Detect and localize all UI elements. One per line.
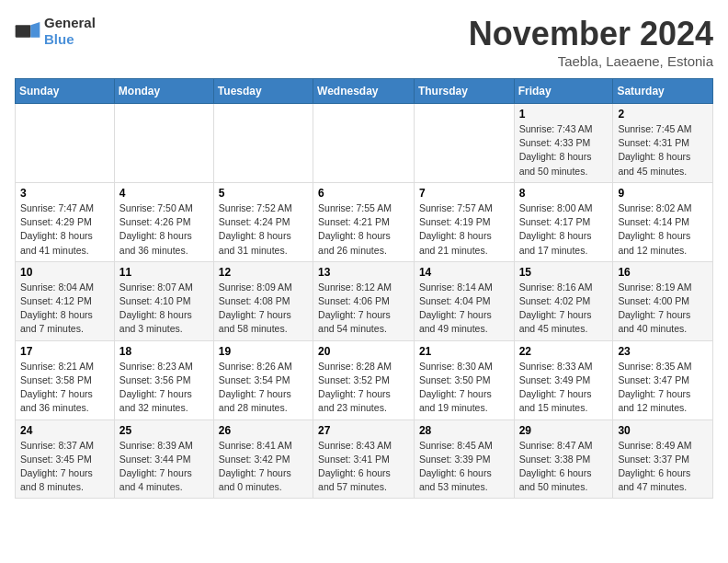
day-info: Sunrise: 7:43 AMSunset: 4:33 PMDaylight:…	[519, 122, 609, 178]
day-info: Sunrise: 7:50 AMSunset: 4:26 PMDaylight:…	[119, 201, 209, 258]
weekday-header-saturday: Saturday	[613, 79, 713, 104]
day-info: Sunrise: 8:37 AMSunset: 3:45 PMDaylight:…	[20, 439, 109, 495]
title-block: November 2024 Taebla, Laeaene, Estonia	[469, 15, 713, 69]
logo: General Blue	[15, 15, 96, 48]
calendar-cell: 8Sunrise: 8:00 AMSunset: 4:17 PMDaylight…	[514, 182, 613, 261]
svg-marker-1	[30, 22, 40, 38]
day-info: Sunrise: 8:28 AMSunset: 3:52 PMDaylight:…	[318, 360, 409, 416]
day-number: 5	[219, 187, 308, 200]
day-info: Sunrise: 7:47 AMSunset: 4:29 PMDaylight:…	[20, 201, 109, 258]
day-number: 25	[119, 424, 209, 437]
calendar-cell: 19Sunrise: 8:26 AMSunset: 3:54 PMDayligh…	[213, 340, 313, 419]
day-number: 6	[318, 187, 409, 200]
calendar-cell: 2Sunrise: 7:45 AMSunset: 4:31 PMDaylight…	[613, 104, 713, 183]
day-number: 22	[519, 345, 609, 358]
weekday-header-thursday: Thursday	[414, 79, 514, 104]
weekday-header-sunday: Sunday	[16, 79, 115, 104]
calendar-cell: 4Sunrise: 7:50 AMSunset: 4:26 PMDaylight…	[114, 182, 213, 261]
calendar-cell: 13Sunrise: 8:12 AMSunset: 4:06 PMDayligh…	[313, 261, 415, 340]
day-info: Sunrise: 8:43 AMSunset: 3:41 PMDaylight:…	[318, 439, 409, 495]
calendar-cell	[414, 104, 514, 183]
day-info: Sunrise: 7:52 AMSunset: 4:24 PMDaylight:…	[219, 201, 308, 258]
day-info: Sunrise: 8:00 AMSunset: 4:17 PMDaylight:…	[519, 201, 609, 258]
day-number: 10	[20, 266, 109, 279]
calendar-cell	[213, 104, 313, 183]
day-number: 27	[318, 424, 409, 437]
calendar-cell: 3Sunrise: 7:47 AMSunset: 4:29 PMDaylight…	[16, 182, 115, 261]
day-number: 20	[318, 345, 409, 358]
day-number: 21	[419, 345, 509, 358]
day-info: Sunrise: 8:19 AMSunset: 4:00 PMDaylight:…	[618, 281, 708, 337]
calendar-cell: 28Sunrise: 8:45 AMSunset: 3:39 PMDayligh…	[414, 419, 514, 499]
calendar-cell	[313, 104, 415, 183]
day-number: 13	[318, 266, 409, 279]
day-number: 11	[119, 266, 209, 279]
day-number: 8	[519, 187, 609, 200]
calendar-cell: 23Sunrise: 8:35 AMSunset: 3:47 PMDayligh…	[613, 340, 713, 419]
calendar-cell: 29Sunrise: 8:47 AMSunset: 3:38 PMDayligh…	[514, 419, 613, 499]
day-info: Sunrise: 8:23 AMSunset: 3:56 PMDaylight:…	[119, 360, 209, 416]
day-number: 26	[219, 424, 308, 437]
calendar-cell	[114, 104, 213, 183]
day-number: 4	[119, 187, 209, 200]
day-info: Sunrise: 8:47 AMSunset: 3:38 PMDaylight:…	[519, 439, 609, 495]
day-info: Sunrise: 7:45 AMSunset: 4:31 PMDaylight:…	[618, 122, 708, 178]
calendar-cell: 5Sunrise: 7:52 AMSunset: 4:24 PMDaylight…	[213, 182, 313, 261]
day-number: 17	[20, 345, 109, 358]
day-number: 24	[20, 424, 109, 437]
day-info: Sunrise: 7:55 AMSunset: 4:21 PMDaylight:…	[318, 201, 409, 258]
day-number: 9	[618, 187, 708, 200]
calendar-cell: 10Sunrise: 8:04 AMSunset: 4:12 PMDayligh…	[16, 261, 115, 340]
day-number: 29	[519, 424, 609, 437]
day-info: Sunrise: 7:57 AMSunset: 4:19 PMDaylight:…	[419, 201, 509, 258]
day-number: 15	[519, 266, 609, 279]
svg-rect-0	[16, 25, 31, 37]
calendar-cell: 26Sunrise: 8:41 AMSunset: 3:42 PMDayligh…	[213, 419, 313, 499]
day-number: 30	[618, 424, 708, 437]
calendar-cell: 6Sunrise: 7:55 AMSunset: 4:21 PMDaylight…	[313, 182, 415, 261]
day-info: Sunrise: 8:30 AMSunset: 3:50 PMDaylight:…	[419, 360, 509, 416]
day-number: 19	[219, 345, 308, 358]
calendar-cell: 14Sunrise: 8:14 AMSunset: 4:04 PMDayligh…	[414, 261, 514, 340]
calendar-table: SundayMondayTuesdayWednesdayThursdayFrid…	[15, 78, 713, 499]
calendar-cell: 7Sunrise: 7:57 AMSunset: 4:19 PMDaylight…	[414, 182, 514, 261]
day-info: Sunrise: 8:16 AMSunset: 4:02 PMDaylight:…	[519, 281, 609, 337]
day-info: Sunrise: 8:45 AMSunset: 3:39 PMDaylight:…	[419, 439, 509, 495]
location: Taebla, Laeaene, Estonia	[469, 53, 713, 69]
calendar-week-row: 1Sunrise: 7:43 AMSunset: 4:33 PMDaylight…	[16, 104, 713, 183]
day-number: 1	[519, 108, 609, 121]
day-number: 7	[419, 187, 509, 200]
calendar-week-row: 24Sunrise: 8:37 AMSunset: 3:45 PMDayligh…	[16, 419, 713, 499]
calendar-cell: 18Sunrise: 8:23 AMSunset: 3:56 PMDayligh…	[114, 340, 213, 419]
day-number: 12	[219, 266, 308, 279]
day-info: Sunrise: 8:21 AMSunset: 3:58 PMDaylight:…	[20, 360, 109, 416]
day-info: Sunrise: 8:39 AMSunset: 3:44 PMDaylight:…	[119, 439, 209, 495]
calendar-cell: 17Sunrise: 8:21 AMSunset: 3:58 PMDayligh…	[16, 340, 115, 419]
logo-icon	[15, 22, 40, 40]
weekday-header-tuesday: Tuesday	[213, 79, 313, 104]
calendar-cell: 22Sunrise: 8:33 AMSunset: 3:49 PMDayligh…	[514, 340, 613, 419]
calendar-cell	[16, 104, 115, 183]
day-info: Sunrise: 8:33 AMSunset: 3:49 PMDaylight:…	[519, 360, 609, 416]
calendar-week-row: 10Sunrise: 8:04 AMSunset: 4:12 PMDayligh…	[16, 261, 713, 340]
calendar-cell: 9Sunrise: 8:02 AMSunset: 4:14 PMDaylight…	[613, 182, 713, 261]
page-header: General Blue November 2024 Taebla, Laeae…	[15, 15, 713, 69]
calendar-cell: 11Sunrise: 8:07 AMSunset: 4:10 PMDayligh…	[114, 261, 213, 340]
day-number: 3	[20, 187, 109, 200]
calendar-cell: 15Sunrise: 8:16 AMSunset: 4:02 PMDayligh…	[514, 261, 613, 340]
calendar-cell: 21Sunrise: 8:30 AMSunset: 3:50 PMDayligh…	[414, 340, 514, 419]
day-info: Sunrise: 8:35 AMSunset: 3:47 PMDaylight:…	[618, 360, 708, 416]
day-number: 23	[618, 345, 708, 358]
calendar-week-row: 17Sunrise: 8:21 AMSunset: 3:58 PMDayligh…	[16, 340, 713, 419]
calendar-cell: 25Sunrise: 8:39 AMSunset: 3:44 PMDayligh…	[114, 419, 213, 499]
day-info: Sunrise: 8:02 AMSunset: 4:14 PMDaylight:…	[618, 201, 708, 258]
calendar-cell: 20Sunrise: 8:28 AMSunset: 3:52 PMDayligh…	[313, 340, 415, 419]
calendar-cell: 30Sunrise: 8:49 AMSunset: 3:37 PMDayligh…	[613, 419, 713, 499]
month-title: November 2024	[469, 15, 713, 53]
weekday-header-friday: Friday	[514, 79, 613, 104]
day-info: Sunrise: 8:26 AMSunset: 3:54 PMDaylight:…	[219, 360, 308, 416]
day-info: Sunrise: 8:04 AMSunset: 4:12 PMDaylight:…	[20, 281, 109, 337]
day-info: Sunrise: 8:12 AMSunset: 4:06 PMDaylight:…	[318, 281, 409, 337]
day-number: 16	[618, 266, 708, 279]
logo-text-blue: Blue	[44, 31, 74, 47]
